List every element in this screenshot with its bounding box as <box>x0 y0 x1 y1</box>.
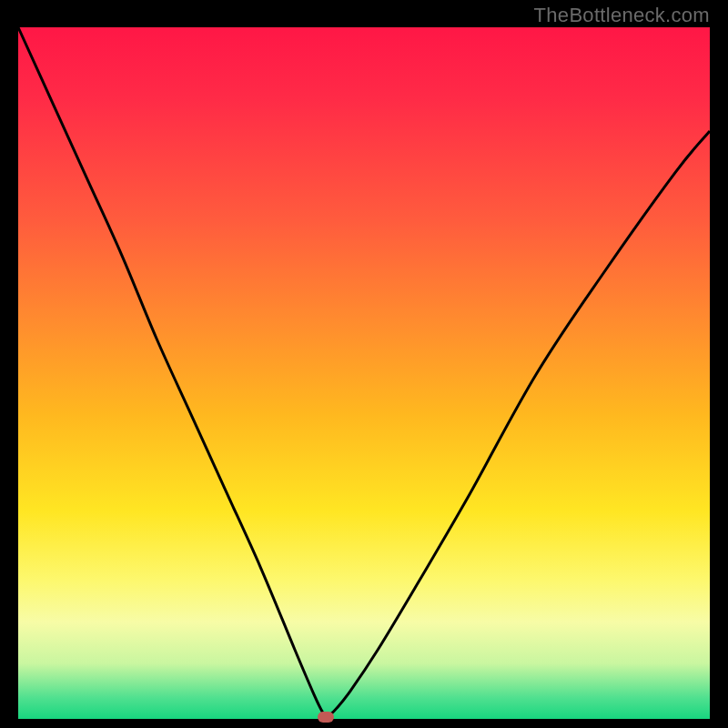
minimum-marker <box>318 712 334 723</box>
chart-frame: TheBottleneck.com <box>0 0 728 728</box>
plot-area <box>18 27 710 719</box>
watermark-text: TheBottleneck.com <box>534 4 710 27</box>
curve-path <box>18 27 710 719</box>
bottleneck-curve <box>18 27 710 719</box>
